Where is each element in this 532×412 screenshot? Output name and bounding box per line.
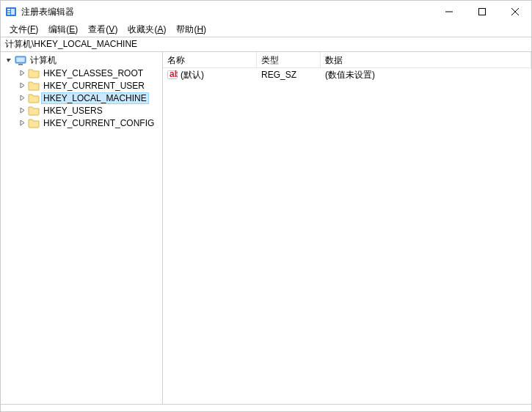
expander-icon[interactable] [17, 107, 27, 114]
svg-rect-7 [17, 57, 25, 62]
svg-rect-2 [7, 11, 10, 12]
folder-icon [28, 117, 40, 129]
registry-editor-window: 注册表编辑器 文件(F) 编辑(E) 查看(V) 收藏夹(A) 帮助(H) 计算… [0, 0, 532, 412]
column-header-name[interactable]: 名称 [163, 52, 257, 67]
menu-favorites[interactable]: 收藏夹(A) [123, 23, 170, 37]
tree-node-label: HKEY_CURRENT_USER [42, 81, 146, 91]
app-icon [5, 6, 17, 18]
column-header-type[interactable]: 类型 [257, 52, 321, 67]
status-bar [1, 404, 531, 411]
column-header-data[interactable]: 数据 [321, 52, 531, 67]
tree-node-hkcr[interactable]: HKEY_CLASSES_ROOT [1, 67, 162, 79]
tree-node-hku[interactable]: HKEY_USERS [1, 104, 162, 117]
tree-pane[interactable]: 计算机 HKEY_CLASSES_ROOTHKEY_CURRENT_USERHK… [1, 52, 163, 404]
title-bar: 注册表编辑器 [1, 1, 531, 23]
content-area: 计算机 HKEY_CLASSES_ROOTHKEY_CURRENT_USERHK… [1, 52, 531, 404]
close-button[interactable] [498, 1, 531, 23]
folder-icon [28, 67, 40, 79]
tree-node-hkcu[interactable]: HKEY_CURRENT_USER [1, 79, 162, 92]
tree-node-label: HKEY_LOCAL_MACHINE [42, 93, 148, 103]
tree-node-hklm[interactable]: HKEY_LOCAL_MACHINE [1, 92, 162, 104]
menu-bar: 文件(F) 编辑(E) 查看(V) 收藏夹(A) 帮助(H) [1, 23, 531, 37]
menu-file[interactable]: 文件(F) [5, 23, 43, 37]
tree-node-label: HKEY_CLASSES_ROOT [42, 68, 145, 78]
string-value-icon: ab [167, 70, 178, 80]
list-header: 名称 类型 数据 [163, 52, 531, 68]
value-name: (默认) [181, 69, 204, 81]
menu-help[interactable]: 帮助(H) [172, 23, 211, 37]
svg-rect-8 [18, 64, 23, 65]
folder-icon [28, 105, 40, 117]
list-row[interactable]: ab(默认)REG_SZ(数值未设置) [163, 68, 531, 81]
expander-icon[interactable] [4, 57, 14, 64]
minimize-button[interactable] [432, 1, 465, 23]
svg-rect-1 [7, 9, 10, 10]
expander-icon[interactable] [17, 70, 27, 76]
expander-icon[interactable] [17, 95, 27, 101]
maximize-button[interactable] [465, 1, 498, 23]
folder-icon [28, 80, 40, 92]
svg-text:ab: ab [170, 70, 178, 79]
address-path: 计算机\HKEY_LOCAL_MACHINE [5, 38, 137, 51]
tree-node-label: HKEY_USERS [42, 106, 104, 116]
svg-rect-5 [478, 9, 485, 15]
tree-node-computer[interactable]: 计算机 [1, 54, 162, 67]
address-bar[interactable]: 计算机\HKEY_LOCAL_MACHINE [1, 37, 531, 52]
menu-edit[interactable]: 编辑(E) [44, 23, 82, 37]
value-type: REG_SZ [257, 70, 321, 80]
svg-rect-3 [7, 13, 10, 15]
expander-icon[interactable] [17, 82, 27, 89]
folder-icon [28, 92, 40, 104]
value-data: (数值未设置) [321, 69, 531, 81]
window-title: 注册表编辑器 [21, 6, 74, 18]
tree-node-label: HKEY_CURRENT_CONFIG [42, 118, 156, 128]
tree-node-hkcc[interactable]: HKEY_CURRENT_CONFIG [1, 117, 162, 129]
list-body[interactable]: ab(默认)REG_SZ(数值未设置) [163, 68, 531, 404]
computer-icon [15, 55, 26, 67]
value-list-pane: 名称 类型 数据 ab(默认)REG_SZ(数值未设置) [163, 52, 531, 404]
menu-view[interactable]: 查看(V) [84, 23, 122, 37]
expander-icon[interactable] [17, 119, 27, 126]
svg-rect-4 [11, 9, 15, 15]
tree-node-label: 计算机 [29, 54, 58, 67]
